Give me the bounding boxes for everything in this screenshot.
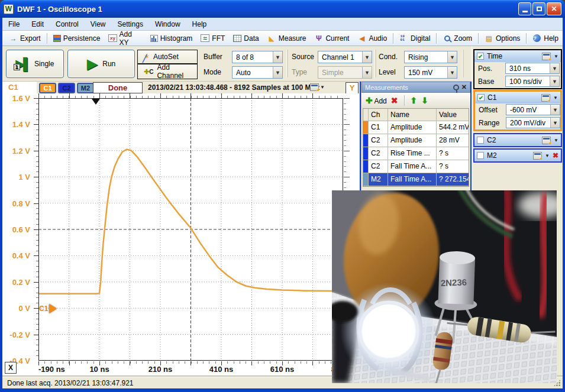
range-select[interactable]: 200 mV/div▼ bbox=[506, 117, 560, 128]
c1-panel-title: C1 bbox=[487, 93, 496, 102]
oscilloscope-plot[interactable] bbox=[38, 98, 343, 361]
chevron-down-icon[interactable]: ▼ bbox=[447, 51, 457, 63]
table-row-selected[interactable]: M2 Fall Time A... ? 272.154 ... bbox=[363, 173, 469, 186]
y-axis-button[interactable]: Y bbox=[346, 82, 359, 94]
toolbar-fft[interactable]: ≈FFT bbox=[196, 33, 229, 44]
plot-properties[interactable]: ▼ bbox=[310, 83, 325, 91]
c1-offset-marker[interactable]: C1 bbox=[39, 304, 57, 313]
cond-select[interactable]: Rising▼ bbox=[404, 51, 457, 63]
time-properties-icon[interactable] bbox=[542, 53, 551, 60]
chevron-down-icon[interactable]: ▼ bbox=[550, 118, 560, 128]
toolbar-current[interactable]: ΨCurrent bbox=[310, 33, 353, 44]
chevron-down-icon[interactable]: ▼ bbox=[273, 51, 282, 63]
acquisition-info: 2013/02/21 13:03:48.468 - 8192 Samples a… bbox=[148, 83, 319, 92]
toolbar-data[interactable]: Data bbox=[229, 33, 263, 44]
c2-checkbox[interactable] bbox=[477, 137, 484, 144]
toolbar-separator bbox=[393, 33, 393, 44]
control-bar: 1▶▌ Single ▶ Run ✶ AutoSet ✚C Add Channe… bbox=[2, 46, 472, 82]
toolbar-measure[interactable]: ◣Measure bbox=[263, 33, 311, 44]
table-row[interactable]: C2 Rise Time ... ? s bbox=[363, 147, 469, 160]
chevron-down-icon[interactable]: ▼ bbox=[550, 76, 559, 86]
maximize-button[interactable] bbox=[532, 2, 545, 15]
pos-select[interactable]: 310 ns▼ bbox=[505, 63, 560, 74]
x-axis-button[interactable]: X bbox=[5, 362, 17, 374]
chevron-down-icon[interactable]: ▼ bbox=[550, 63, 559, 73]
time-panel-header: ✔ Time ▼ bbox=[474, 50, 561, 62]
type-label: Type bbox=[292, 68, 307, 76]
buffer-label: Buffer bbox=[204, 53, 222, 61]
measurements-close-icon[interactable]: ✕ bbox=[461, 83, 467, 91]
chevron-down-icon[interactable]: ▼ bbox=[545, 153, 550, 158]
single-button[interactable]: 1▶▌ Single bbox=[6, 50, 64, 78]
move-up-button[interactable]: ⬆ bbox=[411, 96, 418, 105]
add-measurement-button[interactable]: ✚ Add bbox=[366, 96, 387, 105]
menu-window[interactable]: Window bbox=[149, 18, 186, 30]
col-ch[interactable]: Ch bbox=[369, 109, 388, 121]
persistence-icon bbox=[53, 35, 61, 42]
c1-properties-icon[interactable] bbox=[541, 94, 550, 102]
menu-help[interactable]: Help bbox=[186, 18, 213, 30]
x-tick-label: 10 ns bbox=[89, 365, 109, 374]
title-bar: W DWF 1 - Oscilloscope 1 ✕ bbox=[0, 0, 565, 18]
channel-swatch bbox=[363, 121, 369, 134]
measurements-toolbar: ✚ Add ✖ ⬆ ⬇ bbox=[361, 93, 470, 108]
base-select[interactable]: 100 ns/div▼ bbox=[505, 76, 560, 87]
control-separator bbox=[287, 50, 288, 77]
toolbar-audio[interactable]: ◀Audio bbox=[353, 33, 391, 44]
menu-control[interactable]: Control bbox=[50, 18, 85, 30]
chevron-down-icon[interactable]: ▼ bbox=[554, 54, 558, 59]
toolbar-digital[interactable]: 1001Digital bbox=[395, 33, 434, 44]
level-select[interactable]: 150 mV▼ bbox=[404, 66, 457, 79]
table-row[interactable]: C1 Amplitude 544.2 mV bbox=[363, 121, 469, 134]
col-value[interactable]: Value bbox=[437, 109, 469, 121]
chevron-down-icon[interactable]: ▼ bbox=[554, 138, 558, 143]
move-down-button[interactable]: ⬇ bbox=[421, 96, 428, 105]
c1-marker-arrow-icon bbox=[49, 304, 57, 313]
offset-select[interactable]: -600 mV▼ bbox=[506, 104, 560, 115]
m2-checkbox[interactable] bbox=[477, 152, 484, 159]
chevron-down-icon[interactable]: ▼ bbox=[447, 67, 457, 78]
col-name[interactable]: Name bbox=[388, 109, 437, 121]
buffer-select[interactable]: 8 of 8▼ bbox=[232, 51, 283, 63]
tab-c2[interactable]: C2 bbox=[58, 83, 75, 93]
mode-select[interactable]: Auto▼ bbox=[232, 66, 283, 79]
table-row[interactable]: C2 Fall Time A... ? s bbox=[363, 160, 469, 173]
trigger-position-marker[interactable] bbox=[92, 99, 100, 105]
tab-m2[interactable]: M2 bbox=[77, 83, 94, 93]
led bbox=[362, 304, 415, 358]
close-button[interactable]: ✕ bbox=[547, 2, 561, 15]
chevron-down-icon[interactable]: ▼ bbox=[362, 51, 372, 63]
run-button[interactable]: ▶ Run bbox=[67, 50, 135, 78]
toolbar-options[interactable]: ▤Options bbox=[480, 33, 524, 44]
c2-properties-icon[interactable] bbox=[542, 137, 551, 144]
toolbar-help[interactable]: ?Help bbox=[528, 33, 563, 44]
m2-close-icon[interactable]: ✖ bbox=[553, 151, 558, 160]
c1-checkbox[interactable]: ✔ bbox=[477, 94, 485, 101]
autoset-button[interactable]: ✶ AutoSet bbox=[138, 50, 197, 64]
channel-swatch bbox=[363, 147, 369, 160]
app-icon[interactable]: W bbox=[4, 4, 14, 14]
photo-overlay: 2N236 bbox=[332, 190, 557, 383]
delete-measurement-button[interactable]: ✖ bbox=[391, 96, 398, 105]
toolbar-addxy[interactable]: xyAdd XY bbox=[104, 28, 146, 48]
chevron-down-icon[interactable]: ▼ bbox=[273, 67, 282, 78]
chevron-down-icon[interactable]: ▼ bbox=[550, 105, 560, 115]
toolbar-export[interactable]: →Export bbox=[5, 33, 45, 44]
table-row[interactable]: C2 Amplitude 28 mV bbox=[363, 134, 469, 147]
pin-icon[interactable] bbox=[453, 85, 459, 90]
m2-properties-icon[interactable] bbox=[533, 152, 542, 160]
toolbar-zoom[interactable]: Zoom bbox=[438, 33, 476, 44]
toolbar-persistence[interactable]: Persistence bbox=[49, 33, 105, 44]
toolbar-histogram[interactable]: Histogram bbox=[146, 33, 197, 44]
minimize-button[interactable] bbox=[518, 2, 531, 15]
menu-file[interactable]: File bbox=[2, 18, 25, 30]
time-pos-row: Pos. 310 ns▼ bbox=[474, 62, 561, 75]
source-label: Source bbox=[292, 53, 314, 61]
chevron-down-icon[interactable]: ▼ bbox=[553, 95, 558, 101]
time-checkbox[interactable]: ✔ bbox=[477, 53, 484, 60]
add-channel-button[interactable]: ✚C Add Channel bbox=[138, 64, 197, 79]
y-tick-label: 0.4 V bbox=[12, 251, 30, 260]
tab-c1[interactable]: C1 bbox=[39, 83, 56, 93]
menu-edit[interactable]: Edit bbox=[25, 18, 50, 30]
source-select[interactable]: Channel 1▼ bbox=[318, 51, 372, 63]
